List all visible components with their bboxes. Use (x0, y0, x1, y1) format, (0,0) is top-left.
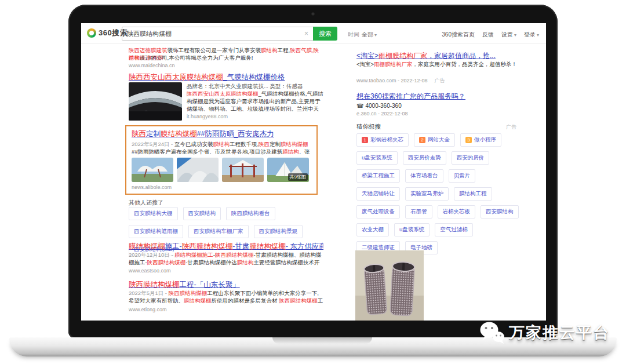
result-thumbnail[interactable]: 共9张图 (267, 158, 309, 182)
time-filter-dropdown[interactable]: 时间全部▾ (348, 31, 377, 39)
guess-tag[interactable]: 废气处理设备 (356, 205, 400, 219)
laptop-camera-icon (311, 12, 315, 16)
nav-login-menu[interactable]: 登录▾ (524, 31, 539, 39)
result-thumbnail[interactable] (129, 82, 182, 121)
guess-tag[interactable]: 西安的房价 (452, 151, 490, 165)
guess-tag[interactable]: 1彩钢岩棉夹芯 (356, 133, 409, 147)
ad-label: 广告 (435, 78, 445, 83)
guess-tag[interactable]: 桥梁工程施工 (356, 169, 400, 183)
guess-tag[interactable]: 膜结构工程 (454, 187, 492, 201)
guess-tag[interactable]: 天猫店铺转让 (356, 187, 400, 201)
related-search-tag[interactable]: 陕西膜结构看台 (226, 207, 275, 220)
ad-label: 广告 (506, 123, 516, 131)
result-text: 品牌名：北京中天久业膜建筑技... 类型：传感器 陕西西安山西太原膜结构煤棚_气… (187, 82, 323, 121)
nav-feedback-link[interactable]: 反馈 (482, 31, 494, 39)
result-thumbnail[interactable] (222, 158, 264, 182)
result-date: 2020年12月10日 - (129, 252, 174, 258)
guess-tag[interactable]: 西安膜结构 (481, 205, 519, 219)
guess-tag[interactable]: 空气过滤棉 (435, 223, 473, 236)
related-search-tag[interactable]: 西安膜结构 (183, 207, 221, 220)
guess-tag[interactable]: 西安房价走势 (403, 151, 446, 165)
highlighted-result-box: 陕西定制膜结构煤棚##防雨防晒_西安庞杰力 2022年5月24日 - 至今已成功… (125, 125, 318, 195)
related-search-tag[interactable]: 西安膜结构车棚厂家 (188, 225, 249, 238)
search-header: 360搜索 陕西膜结构煤棚 × 搜索 时间全部▾ 360搜索首页 反馈 设置▾ … (81, 23, 546, 44)
related-search-tag[interactable]: 西安膜结构大棚 (129, 207, 178, 220)
result-snippet: 2022年5月1日 - 陕西膜结构煤棚工程山东长聚下面小编简单的和大家分享一下,… (129, 289, 323, 304)
page: 360搜索 陕西膜结构煤棚 × 搜索 时间全部▾ 360搜索首页 反馈 设置▾ … (0, 0, 626, 364)
result-url: www.eastsoo.com (129, 268, 171, 274)
guess-tag[interactable]: 农业大棚 (356, 223, 389, 236)
guess-tag[interactable]: 实验室马弗炉 (405, 187, 449, 201)
result-title[interactable]: 膜结构煤棚施工-陕西膜结构煤棚-甘肃膜结构煤棚- 东方供应商 (129, 242, 323, 252)
result-snippet: 陕西西安山西太原膜结构煤棚_气膜结构煤棚价格,气膜结构煤棚是我为适应客户需求市场… (187, 90, 323, 112)
result-url: www.etlong.com (129, 307, 167, 312)
result-thumbnail[interactable] (132, 158, 173, 182)
result-date: 2022年5月1日 - (129, 290, 169, 296)
phone-icon: ☎ (356, 103, 363, 109)
result-snippet: 2020年12月10日 - 膜结构煤棚施工-陕西膜结构煤棚-甘肃膜结构煤棚、膜结… (129, 251, 323, 266)
guess-tag[interactable]: 3做小程序 (460, 133, 501, 147)
rank-badge: 2 (419, 137, 425, 143)
search-query-text: 陕西膜结构煤棚 (127, 30, 304, 38)
result-url: news.alibole.com (132, 184, 311, 190)
guess-tag[interactable]: u盘装系统 (394, 223, 430, 236)
related-search-tag[interactable]: 西安膜结构景观 (254, 225, 303, 238)
related-search-tag[interactable]: 西安膜结构遮雨棚 (129, 225, 183, 238)
guess-tag[interactable]: 石墨管 (405, 205, 432, 219)
result-title[interactable]: 陕西西安山西太原膜结构煤棚_气膜结构煤棚价格 (129, 72, 323, 82)
nav-home-link[interactable]: 360搜索首页 (442, 31, 475, 39)
guess-tags: 1彩钢岩棉夹芯2网站大全3做小程序u盘安装系统西安房价走势西安的房价桥梁工程施工… (356, 133, 525, 259)
laptop-base-notch (272, 337, 372, 344)
result-thumbnail[interactable] (177, 158, 219, 182)
guess-tag[interactable]: 岩棉夹芯板 (438, 205, 476, 219)
result-snippet: 2022年5月24日 - 至今已成功安装膜结构工程数千项,陕西定制膜结构煤棚##… (132, 140, 311, 155)
ad-result-title[interactable]: <淘宝>雨棚膜结构厂家，家居超值商品，抢... (356, 51, 522, 61)
chevron-down-icon: ▾ (514, 32, 516, 38)
rank-badge: 1 (362, 137, 368, 143)
search-button[interactable]: 搜索 (313, 27, 337, 41)
time-filter-label: 时间 (348, 31, 359, 38)
guess-section-title: 猜你想搜 (356, 123, 381, 131)
promo-phone: ☎4000-360-360 (356, 103, 402, 109)
result-title[interactable]: 陕西膜结构煤棚工程-「山东长聚」 (129, 280, 323, 290)
browser-screen: 360搜索 陕西膜结构煤棚 × 搜索 时间全部▾ 360搜索首页 反馈 设置▾ … (81, 23, 546, 321)
result-url: www.maidechina.cn (129, 63, 175, 68)
watermark: 万家推云平台 (479, 321, 610, 345)
chevron-down-icon: ▾ (374, 32, 377, 38)
360-logo-icon (87, 28, 96, 38)
wechat-icon (479, 321, 505, 345)
watermark-text: 万家推云平台 (509, 322, 610, 343)
promo-result-title[interactable]: 想在360搜索推广您的产品服务吗？ (356, 92, 522, 101)
result-title[interactable]: 陕西定制膜结构煤棚##防雨防晒_西安庞杰力 (132, 129, 311, 139)
result-meta: 品牌名：北京中天久业膜建筑技... 类型：传感器 (187, 82, 323, 90)
result-url: it.huangye88.com (187, 114, 323, 119)
related-searches-label: 其他人还搜了 (129, 199, 163, 207)
result-thumbnail-row: 共9张图 (132, 158, 311, 182)
result-snippet-partial-2: 结构设计的公司,本公司将竭尽全力为广大客户服务! (129, 54, 323, 61)
guess-tag[interactable]: 体育场看台 (405, 169, 443, 183)
time-filter-value: 全部 (362, 31, 373, 38)
rank-badge: 3 (465, 137, 472, 143)
nav-settings-menu[interactable]: 设置▾ (501, 31, 516, 39)
chevron-down-icon: ▾ (537, 32, 539, 38)
result-date: 2022年5月24日 - (132, 141, 174, 147)
promo-url: e.360.cn - 2022-12-08 (356, 111, 408, 117)
guess-tag[interactable]: 贝雷片 (449, 169, 476, 183)
mesh-filter-tubes-photo (355, 250, 424, 321)
guess-tag[interactable]: u盘安装系统 (356, 151, 398, 165)
top-nav: 360搜索首页 反馈 设置▾ 登录▾ (442, 31, 539, 39)
guess-tag[interactable]: 2网站大全 (414, 133, 455, 147)
ad-result-url: www.taobao.com - 2022-12-08广告 (356, 77, 445, 85)
search-input[interactable]: 陕西膜结构煤棚 × (122, 27, 313, 41)
coal-shed-photo (129, 82, 182, 121)
search-result: 品牌名：北京中天久业膜建筑技... 类型：传感器 陕西西安山西太原膜结构煤棚_气… (129, 82, 323, 121)
photo-count-badge: 共9张图 (288, 173, 308, 181)
ad-result-snippet: <淘宝>雨棚膜结构厂家，家庭实用小百货，品类齐全，超值秒杀！ (356, 60, 519, 68)
clear-icon[interactable]: × (304, 30, 308, 38)
product-photo[interactable] (355, 250, 424, 321)
